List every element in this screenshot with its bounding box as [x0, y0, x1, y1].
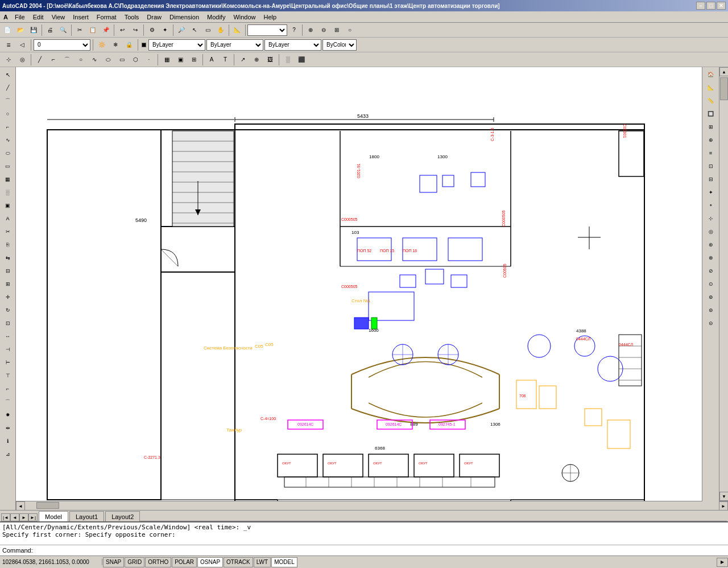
scroll-thumb-h[interactable] [36, 502, 59, 509]
rp-btn3[interactable]: 📏 [705, 94, 717, 107]
modify-copy-btn[interactable]: ⎘ [2, 238, 14, 251]
rp-btn17[interactable]: ⊙ [705, 278, 717, 290]
table-btn[interactable]: ⊞ [188, 53, 200, 66]
menu-draw[interactable]: Draw [143, 13, 165, 22]
inquiry-btn[interactable]: ℹ [2, 435, 14, 447]
modify-explode-btn[interactable]: ✸ [2, 409, 14, 421]
tab-model[interactable]: Model [39, 511, 68, 521]
rp-btn8[interactable]: ⊡ [705, 160, 717, 172]
rp-btn1[interactable]: 🏠 [705, 68, 717, 81]
hatch-btn[interactable]: ▦ [160, 53, 173, 66]
menu-tools[interactable]: Tools [121, 13, 143, 22]
rect-btn[interactable]: ▭ [115, 53, 128, 66]
help-btn[interactable]: ? [288, 24, 300, 36]
scroll-track-h[interactable] [25, 501, 719, 510]
tab-first-btn[interactable]: |◄ [1, 513, 10, 521]
osnap-toggle[interactable]: OSNAP [197, 557, 223, 567]
select-btn[interactable]: ↖ [2, 68, 14, 81]
menu-view[interactable]: View [48, 13, 69, 22]
linetype-select[interactable]: ByLayer [206, 39, 263, 51]
zoom-realtime-btn[interactable]: 🔎 [175, 24, 188, 36]
menu-insert[interactable]: Insert [69, 13, 92, 22]
statusbar-arrow[interactable]: ▶ [717, 558, 728, 567]
ellipse-btn[interactable]: ⬭ [102, 53, 114, 66]
model-toggle[interactable]: MODEL [271, 557, 297, 567]
rp-btn16[interactable]: ⊘ [705, 265, 717, 277]
new-btn[interactable]: 📄 [1, 24, 14, 36]
draw-poly-btn[interactable]: ⌐ [2, 121, 14, 133]
rp-btn9[interactable]: ⊟ [705, 173, 717, 186]
3dsolid-btn[interactable]: ⬛ [295, 53, 308, 66]
draw-ellipse-btn[interactable]: ⬭ [2, 147, 14, 159]
zoom-in-btn[interactable]: ⊕ [304, 24, 317, 36]
rp-btn4[interactable]: 🔲 [705, 108, 717, 120]
scroll-thumb-v[interactable] [720, 77, 728, 100]
menu-modify[interactable]: Modify [204, 13, 229, 22]
insert-btn[interactable]: ↗ [237, 53, 249, 66]
named-view-btn[interactable]: 📐 [231, 24, 243, 36]
draw-hatch-btn[interactable]: ▦ [2, 173, 14, 186]
modify-mirror-btn[interactable]: ⇆ [2, 252, 14, 264]
maximize-button[interactable]: □ [706, 2, 715, 10]
lwt-toggle[interactable]: LWT [254, 557, 271, 567]
scroll-up-btn[interactable]: ▲ [719, 67, 728, 76]
snap-toggle[interactable]: SNAP [103, 557, 124, 567]
scroll-down-btn[interactable]: ▼ [719, 492, 728, 501]
zoom-prev-btn[interactable]: ↖ [188, 24, 201, 36]
polygon-btn[interactable]: ⬡ [129, 53, 142, 66]
tab-last-btn[interactable]: ►| [28, 513, 38, 521]
color-select[interactable]: ByLayer [148, 39, 205, 51]
modify-trim-btn[interactable]: ⊣ [2, 343, 14, 356]
menu-dimension[interactable]: Dimension [166, 13, 202, 22]
arc-btn[interactable]: ⌒ [61, 53, 73, 66]
modify-scale-btn[interactable]: ⊡ [2, 317, 14, 330]
pan-btn[interactable]: ✋ [214, 24, 227, 36]
modify-break-btn[interactable]: ⊤ [2, 369, 14, 382]
paste-btn[interactable]: 📌 [100, 24, 112, 36]
region-btn[interactable]: ▣ [174, 53, 187, 66]
command-input[interactable] [35, 547, 726, 554]
modify-chamfer-btn[interactable]: ⌐ [2, 382, 14, 395]
spline-btn[interactable]: ∿ [88, 53, 101, 66]
scale-select[interactable]: ISO-25 [247, 24, 287, 36]
modify-array-btn[interactable]: ⊞ [2, 278, 14, 290]
tab-prev-btn[interactable]: ◄ [10, 513, 19, 521]
vertical-scrollbar[interactable]: ▲ ▼ [719, 67, 728, 501]
dim-btn[interactable]: ⇹ [2, 422, 14, 434]
rp-btn14[interactable]: ⊛ [705, 238, 717, 251]
draw-mtext-btn[interactable]: A [2, 212, 14, 225]
xref-btn[interactable]: ⊕ [250, 53, 263, 66]
layer-select[interactable]: 0 [34, 39, 90, 51]
open-btn[interactable]: 📂 [14, 24, 27, 36]
3d-orbit-btn[interactable]: ○ [344, 24, 356, 36]
modify-fillet-btn[interactable]: ⌒ [2, 396, 14, 408]
ucs-btn[interactable]: ⊿ [2, 448, 14, 460]
preview-btn[interactable]: 🔍 [57, 24, 69, 36]
menu-file[interactable]: File [11, 13, 28, 22]
ortho-toggle[interactable]: ORTHO [145, 557, 171, 567]
rp-btn20[interactable]: ⊝ [705, 317, 717, 330]
zoom-extent-btn[interactable]: ⊞ [330, 24, 343, 36]
scroll-right-btn[interactable]: ► [719, 501, 728, 511]
drawing-canvas[interactable]: 5433 5490 1800 1300 [16, 67, 719, 501]
modify-stretch-btn[interactable]: ↔ [2, 330, 14, 343]
draw-circle-btn[interactable]: ○ [2, 108, 14, 120]
menu-help[interactable]: Help [260, 13, 280, 22]
copy-btn[interactable]: 📋 [86, 24, 99, 36]
draw-arc-btn[interactable]: ⌒ [2, 94, 14, 107]
rp-btn12[interactable]: ⊹ [705, 212, 717, 225]
image-btn[interactable]: 🖼 [264, 53, 276, 66]
draw-rect-btn[interactable]: ▭ [2, 160, 14, 172]
mtext-btn[interactable]: A [205, 53, 218, 66]
layer-prev-btn[interactable]: ◁ [16, 39, 28, 51]
scroll-left-btn[interactable]: ◄ [16, 501, 25, 511]
rp-btn2[interactable]: 📐 [705, 81, 717, 94]
circle-btn[interactable]: ○ [75, 53, 87, 66]
modify-rotate-btn[interactable]: ↻ [2, 304, 14, 316]
gradient-btn[interactable]: ░ [282, 53, 294, 66]
print-btn[interactable]: 🖨 [44, 24, 56, 36]
rp-btn15[interactable]: ⊗ [705, 252, 717, 264]
modify-erase-btn[interactable]: ✂ [2, 225, 14, 238]
otrack-toggle[interactable]: OTRACK [224, 557, 253, 567]
modify-offset-btn[interactable]: ⊟ [2, 265, 14, 277]
